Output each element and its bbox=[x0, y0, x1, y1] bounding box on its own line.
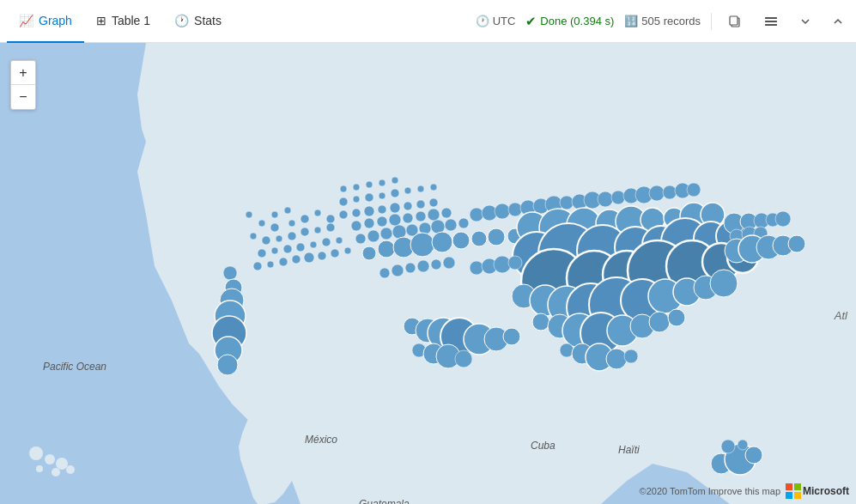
svg-point-141 bbox=[532, 313, 549, 331]
svg-point-147 bbox=[649, 312, 670, 332]
svg-rect-1 bbox=[730, 16, 738, 25]
svg-point-153 bbox=[624, 349, 638, 363]
map-svg bbox=[0, 43, 856, 504]
svg-point-50 bbox=[379, 192, 386, 199]
svg-point-21 bbox=[262, 236, 270, 245]
svg-point-179 bbox=[417, 260, 429, 272]
svg-point-164 bbox=[455, 350, 472, 367]
svg-point-65 bbox=[377, 216, 387, 227]
svg-point-140 bbox=[710, 270, 738, 297]
utc-indicator: 🕐 UTC bbox=[476, 15, 516, 27]
svg-point-104 bbox=[663, 185, 677, 199]
svg-point-48 bbox=[353, 196, 360, 203]
svg-point-160 bbox=[503, 328, 520, 345]
svg-point-62 bbox=[429, 198, 438, 207]
svg-point-89 bbox=[470, 208, 483, 222]
svg-point-22 bbox=[276, 235, 282, 242]
map-container[interactable]: + − Pacific Ocean México Cuba Haïti Guat… bbox=[0, 43, 856, 504]
svg-point-78 bbox=[445, 219, 457, 231]
svg-rect-4 bbox=[765, 24, 777, 26]
chevron-up-button[interactable] bbox=[827, 12, 849, 31]
atlantic-label: Atl bbox=[835, 309, 847, 322]
svg-point-92 bbox=[508, 203, 522, 216]
svg-point-68 bbox=[416, 211, 426, 222]
svg-point-37 bbox=[292, 255, 301, 264]
copy-button[interactable] bbox=[722, 10, 748, 33]
graph-icon: 📈 bbox=[19, 14, 33, 27]
chevron-down-button[interactable] bbox=[794, 12, 817, 31]
toolbar: 📈 Graph ⊞ Table 1 🕐 Stats 🕐 UTC ✔ Done (… bbox=[0, 0, 856, 43]
svg-point-175 bbox=[508, 256, 522, 270]
svg-point-99 bbox=[598, 191, 613, 207]
done-label: Done (0.394 s) bbox=[540, 15, 614, 27]
svg-point-39 bbox=[318, 252, 326, 260]
svg-rect-201 bbox=[794, 483, 801, 490]
svg-point-31 bbox=[310, 241, 317, 248]
svg-point-9 bbox=[66, 465, 75, 474]
svg-point-70 bbox=[441, 208, 452, 218]
tab-stats[interactable]: 🕐 Stats bbox=[162, 0, 234, 43]
svg-point-172 bbox=[470, 261, 483, 275]
view-toggle-button[interactable] bbox=[758, 10, 784, 33]
svg-rect-202 bbox=[786, 492, 792, 499]
toolbar-divider bbox=[711, 13, 712, 30]
svg-point-52 bbox=[404, 187, 411, 194]
svg-point-59 bbox=[390, 203, 400, 213]
svg-point-27 bbox=[258, 249, 266, 258]
svg-point-57 bbox=[364, 206, 374, 216]
svg-point-51 bbox=[391, 189, 399, 197]
svg-point-30 bbox=[296, 243, 305, 252]
svg-point-35 bbox=[267, 261, 274, 268]
svg-point-15 bbox=[270, 223, 279, 232]
svg-point-96 bbox=[560, 196, 574, 209]
microsoft-text: Microsoft bbox=[803, 485, 849, 497]
svg-point-86 bbox=[471, 231, 487, 246]
utc-label: UTC bbox=[493, 15, 516, 27]
svg-point-19 bbox=[326, 215, 335, 223]
done-indicator: ✔ Done (0.394 s) bbox=[525, 14, 614, 29]
map-zoom-controls: + − bbox=[10, 60, 36, 110]
svg-point-42 bbox=[340, 185, 347, 192]
svg-point-152 bbox=[606, 349, 627, 369]
svg-point-67 bbox=[403, 213, 413, 223]
svg-point-16 bbox=[288, 220, 295, 227]
svg-point-23 bbox=[288, 232, 296, 240]
svg-point-180 bbox=[431, 259, 441, 270]
svg-point-81 bbox=[378, 240, 395, 258]
svg-point-171 bbox=[217, 355, 238, 375]
svg-point-49 bbox=[365, 193, 373, 202]
zoom-out-button[interactable]: − bbox=[11, 85, 35, 109]
tab-table1[interactable]: ⊞ Table 1 bbox=[84, 0, 162, 43]
done-check-icon: ✔ bbox=[525, 14, 537, 29]
svg-point-185 bbox=[738, 440, 748, 450]
svg-point-60 bbox=[404, 202, 412, 210]
records-icon: 🔢 bbox=[624, 15, 638, 27]
svg-point-79 bbox=[458, 218, 469, 228]
svg-point-13 bbox=[271, 211, 278, 218]
microsoft-logo: Microsoft bbox=[786, 483, 849, 499]
svg-rect-203 bbox=[794, 492, 801, 499]
svg-point-56 bbox=[352, 209, 361, 217]
svg-point-12 bbox=[258, 220, 265, 227]
svg-point-191 bbox=[775, 211, 791, 227]
svg-point-61 bbox=[416, 200, 425, 209]
svg-point-184 bbox=[721, 440, 735, 453]
attribution-text: ©2020 TomTom Improve this map bbox=[640, 486, 780, 496]
records-label: 505 records bbox=[641, 15, 701, 27]
svg-point-28 bbox=[271, 247, 278, 254]
zoom-in-button[interactable]: + bbox=[11, 61, 35, 85]
svg-point-149 bbox=[560, 343, 574, 357]
records-indicator: 🔢 505 records bbox=[624, 15, 701, 27]
svg-point-72 bbox=[367, 230, 379, 242]
svg-point-33 bbox=[336, 237, 343, 244]
svg-point-199 bbox=[788, 235, 805, 252]
svg-point-73 bbox=[380, 228, 392, 240]
svg-point-69 bbox=[428, 209, 440, 221]
svg-point-5 bbox=[29, 446, 43, 460]
svg-point-63 bbox=[351, 221, 361, 231]
tab-graph[interactable]: 📈 Graph bbox=[7, 0, 84, 43]
svg-point-148 bbox=[668, 309, 685, 326]
svg-point-20 bbox=[250, 233, 257, 240]
svg-point-55 bbox=[339, 210, 348, 219]
svg-point-46 bbox=[392, 177, 398, 184]
